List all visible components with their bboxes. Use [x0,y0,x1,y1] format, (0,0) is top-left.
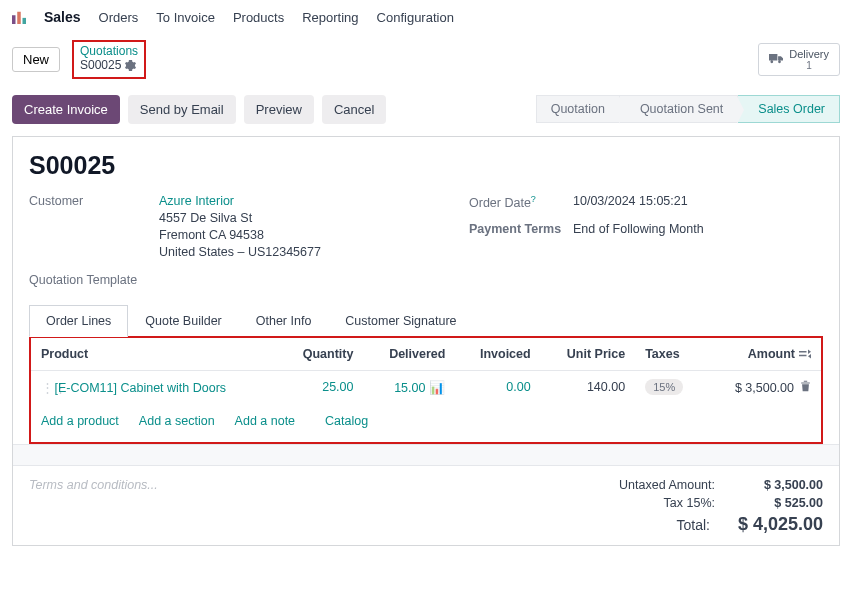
chart-icon[interactable]: 📊 [429,381,445,395]
add-section-link[interactable]: Add a section [139,414,215,428]
svg-rect-2 [23,18,27,24]
svg-rect-0 [12,15,16,24]
preview-button[interactable]: Preview [244,95,314,124]
breadcrumb: Quotations S00025 [72,40,146,79]
cell-amount: $ 3,500.00 [705,370,821,404]
breadcrumb-row: New Quotations S00025 Delivery 1 [0,34,852,89]
tab-other-info[interactable]: Other Info [239,305,329,336]
total-label: Total: [600,514,710,535]
delivery-button[interactable]: Delivery 1 [758,43,840,76]
payment-terms-label: Payment Terms [469,222,563,236]
order-date-label: Order Date? [469,194,563,210]
add-note-link[interactable]: Add a note [235,414,295,428]
app-title[interactable]: Sales [44,9,81,25]
status-steps: Quotation Quotation Sent Sales Order [536,95,840,123]
top-nav: Sales Orders To Invoice Products Reporti… [0,0,852,34]
breadcrumb-parent[interactable]: Quotations [80,44,138,58]
send-email-button[interactable]: Send by Email [128,95,236,124]
nav-reporting[interactable]: Reporting [302,10,358,25]
svg-rect-1 [17,12,21,24]
tab-customer-signature[interactable]: Customer Signature [328,305,473,336]
order-date-value: 10/03/2024 15:05:21 [573,194,688,210]
nav-orders[interactable]: Orders [99,10,139,25]
untaxed-label: Untaxed Amount: [605,478,715,492]
columns-icon[interactable] [799,349,811,359]
truck-icon [769,53,783,65]
step-quotation[interactable]: Quotation [536,95,620,123]
total-value: $ 4,025.00 [738,514,823,535]
tax-value: $ 525.00 [743,496,823,510]
tab-quote-builder[interactable]: Quote Builder [128,305,238,336]
delivery-label: Delivery [789,48,829,60]
trash-icon[interactable] [800,380,811,392]
tabs: Order Lines Quote Builder Other Info Cus… [29,305,823,337]
line-actions: Add a product Add a section Add a note C… [31,404,821,442]
address-line3: United States – US12345677 [159,245,321,259]
th-delivered[interactable]: Delivered [363,338,455,371]
quotation-template-label: Quotation Template [29,273,149,287]
cell-unit-price[interactable]: 140.00 [541,370,635,404]
nav-configuration[interactable]: Configuration [377,10,454,25]
order-title: S00025 [29,151,823,180]
footer: Terms and conditions... Untaxed Amount: … [29,466,823,537]
th-taxes[interactable]: Taxes [635,338,705,371]
order-lines-table: Product Quantity Delivered Invoiced Unit… [29,336,823,444]
terms-placeholder[interactable]: Terms and conditions... [29,476,600,537]
table-row[interactable]: ⋮⋮ [E-COM11] Cabinet with Doors 25.00 15… [31,370,821,404]
delivery-count: 1 [789,60,829,71]
product-link[interactable]: [E-COM11] Cabinet with Doors [54,381,226,395]
nav-products[interactable]: Products [233,10,284,25]
totals: Untaxed Amount: $ 3,500.00 Tax 15%: $ 52… [600,476,823,537]
cancel-button[interactable]: Cancel [322,95,386,124]
gear-icon[interactable] [125,60,136,71]
untaxed-value: $ 3,500.00 [743,478,823,492]
cell-invoiced[interactable]: 0.00 [455,370,540,404]
th-amount[interactable]: Amount [705,338,821,371]
address-line1: 4557 De Silva St [159,211,321,225]
cell-quantity[interactable]: 25.00 [278,370,363,404]
add-product-link[interactable]: Add a product [41,414,119,428]
new-button[interactable]: New [12,47,60,72]
separator-band [13,444,839,466]
cell-delivered[interactable]: 15.00📊 [363,370,455,404]
tax-label: Tax 15%: [605,496,715,510]
payment-terms-value: End of Following Month [573,222,704,236]
step-quotation-sent[interactable]: Quotation Sent [620,95,738,123]
customer-label: Customer [29,194,149,259]
create-invoice-button[interactable]: Create Invoice [12,95,120,124]
address-line2: Fremont CA 94538 [159,228,321,242]
step-sales-order[interactable]: Sales Order [738,95,840,123]
action-bar: Create Invoice Send by Email Preview Can… [0,89,852,136]
catalog-link[interactable]: Catalog [325,414,368,428]
th-invoiced[interactable]: Invoiced [455,338,540,371]
tab-order-lines[interactable]: Order Lines [29,305,128,337]
th-quantity[interactable]: Quantity [278,338,363,371]
th-unit-price[interactable]: Unit Price [541,338,635,371]
cell-taxes[interactable]: 15% [635,370,705,404]
app-icon [12,10,26,24]
tax-badge: 15% [645,379,683,395]
th-product[interactable]: Product [31,338,278,371]
nav-to-invoice[interactable]: To Invoice [156,10,215,25]
breadcrumb-current: S00025 [80,58,121,72]
order-card: S00025 Customer Azure Interior 4557 De S… [12,136,840,546]
customer-link[interactable]: Azure Interior [159,194,321,208]
drag-handle-icon[interactable]: ⋮⋮ [41,380,51,395]
